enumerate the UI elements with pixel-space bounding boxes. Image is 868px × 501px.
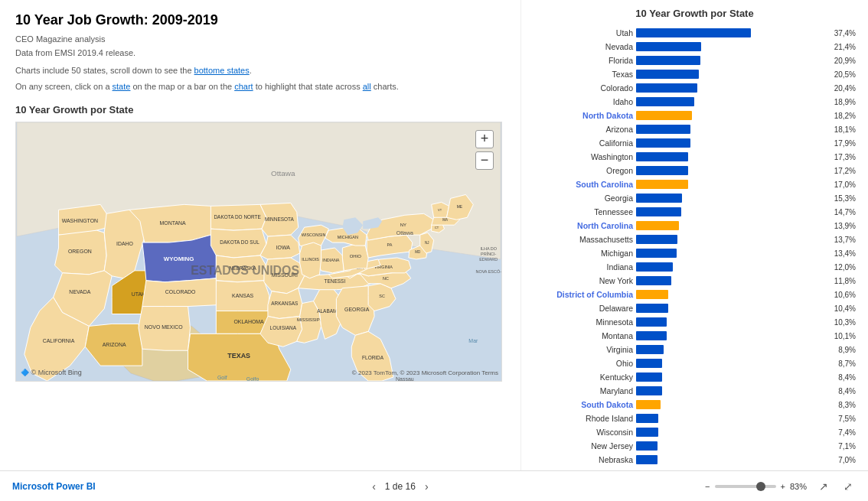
bar-row[interactable]: Ohio8,7% [534,357,856,369]
bar-row[interactable]: Indiana12,0% [534,261,856,273]
zoom-slider-thumb [756,482,765,491]
bar-row[interactable]: Nevada21,4% [534,41,856,53]
zoom-minus-icon[interactable]: − [705,482,710,491]
bar-row[interactable]: District of Columbia10,6% [534,288,856,301]
bar-value: 13,4% [834,249,856,258]
bar-value: 10,3% [834,318,856,327]
bar-track [636,152,828,161]
bar-track [636,372,832,382]
chart-link[interactable]: chart [234,82,253,91]
bar-value: 20,4% [834,84,856,93]
bar-row[interactable]: Rhode Island7,5% [534,412,856,425]
zoom-slider[interactable] [715,485,776,488]
zoom-percent: 83% [790,482,807,491]
svg-text:Nassau: Nassau [396,376,414,381]
bottome-link[interactable]: bottome states [194,66,250,75]
expand-button[interactable]: ⤢ [840,479,856,494]
bar-label: Tennessee [534,207,633,216]
svg-text:VT: VT [438,208,442,212]
svg-text:Ottawa: Ottawa [271,168,295,177]
bar-label: South Carolina [534,180,633,189]
bar-value: 7,4% [838,428,856,437]
svg-text:PA: PA [387,242,393,247]
bar-label: Nebraska [534,455,633,464]
bar-label: Arizona [534,125,633,134]
map-zoom-out-button[interactable]: − [475,151,494,170]
svg-text:NOVA ESCÓ-: NOVA ESCÓ- [475,269,501,274]
bar-row[interactable]: Idaho18,9% [534,96,856,108]
svg-text:NOVO MEXICO: NOVO MEXICO [145,324,183,330]
bar-fill [636,372,662,382]
zoom-plus-icon[interactable]: + [781,482,785,491]
bar-row[interactable]: Texas20,5% [534,68,856,80]
share-button[interactable]: ↗ [816,479,831,494]
bar-row[interactable]: Utah37,4% [534,27,856,39]
svg-text:Mar: Mar [468,338,478,343]
bar-row[interactable]: Michigan13,4% [534,247,856,259]
bar-label: Colorado [534,83,633,93]
bar-fill [636,441,658,451]
bar-track [636,125,828,134]
map-container[interactable]: WASHINGTON OREGON IDAHO NEVADA [15,122,502,382]
bar-row[interactable]: Montana10,1% [534,330,856,342]
bar-row[interactable]: Oregon17,2% [534,164,856,177]
bar-value: 18,9% [834,98,856,106]
bar-fill [636,345,664,354]
bar-row[interactable]: Tennessee14,7% [534,206,856,218]
prev-page-button[interactable]: ‹ [369,480,379,493]
svg-text:OKLAHOMA: OKLAHOMA [233,319,264,324]
svg-text:LOUISIANA: LOUISIANA [270,325,297,330]
bar-label: Maryland [534,386,633,395]
powerbi-link[interactable]: Microsoft Power BI [12,481,96,492]
bar-row[interactable]: Arizona18,1% [534,123,856,135]
bar-row[interactable]: Maryland8,4% [534,385,856,397]
map-section-title: 10 Year Growth por State [15,104,505,115]
bar-row[interactable]: Colorado20,4% [534,82,856,94]
map-zoom-in-button[interactable]: + [475,130,494,148]
svg-text:TENESSI: TENESSI [325,278,346,284]
bar-fill [636,359,662,368]
svg-text:ESTADOS UNIDOS: ESTADOS UNIDOS [191,264,299,277]
bar-row[interactable]: Virginia8,9% [534,343,856,356]
bar-row[interactable]: Massachusetts13,7% [534,233,856,246]
next-page-button[interactable]: › [422,480,432,493]
svg-text:MD: MD [415,250,421,254]
svg-text:NY: NY [400,223,406,227]
bar-track [636,42,828,51]
svg-text:MONTANA: MONTANA [160,220,187,226]
right-panel: 10 Year Growth por State Utah37,4%Nevada… [520,0,868,470]
bar-row[interactable]: North Dakota18,2% [534,109,856,122]
bar-track [636,304,828,313]
bar-row[interactable]: California17,9% [534,137,856,149]
bar-row[interactable]: Washington17,3% [534,151,856,163]
bar-row[interactable]: Nebraska7,0% [534,454,856,466]
bar-value: 18,2% [834,112,856,120]
bar-row[interactable]: Wisconsin7,4% [534,426,856,438]
bar-fill [636,428,658,437]
state-link[interactable]: state [113,82,131,91]
bar-fill [636,455,658,464]
bar-value: 37,4% [834,29,856,37]
svg-text:ARKANSAS: ARKANSAS [271,300,299,305]
bar-row[interactable]: New Jersey7,1% [534,440,856,452]
bar-row[interactable]: New York11,8% [534,275,856,287]
bar-row[interactable]: Georgia15,3% [534,192,856,204]
bar-row[interactable]: Delaware10,4% [534,302,856,314]
bar-track [636,262,828,272]
all-link[interactable]: all [363,82,371,91]
bar-value: 13,7% [834,236,856,244]
bar-track [636,276,828,285]
bar-value: 8,3% [838,401,856,409]
bar-row[interactable]: Minnesota10,3% [534,316,856,328]
bar-row[interactable]: Florida20,9% [534,54,856,67]
bar-row[interactable]: Kentucky8,4% [534,371,856,383]
us-map[interactable]: WASHINGTON OREGON IDAHO NEVADA [16,122,501,381]
bar-row[interactable]: South Carolina17,0% [534,178,856,190]
bar-fill [636,304,668,313]
bar-row[interactable]: North Carolina13,9% [534,220,856,232]
bar-row[interactable]: South Dakota8,3% [534,399,856,411]
svg-text:Golfo: Golfo [246,376,259,381]
bar-fill [636,152,688,161]
bar-label: District of Columbia [534,290,633,299]
bar-fill [636,235,677,244]
